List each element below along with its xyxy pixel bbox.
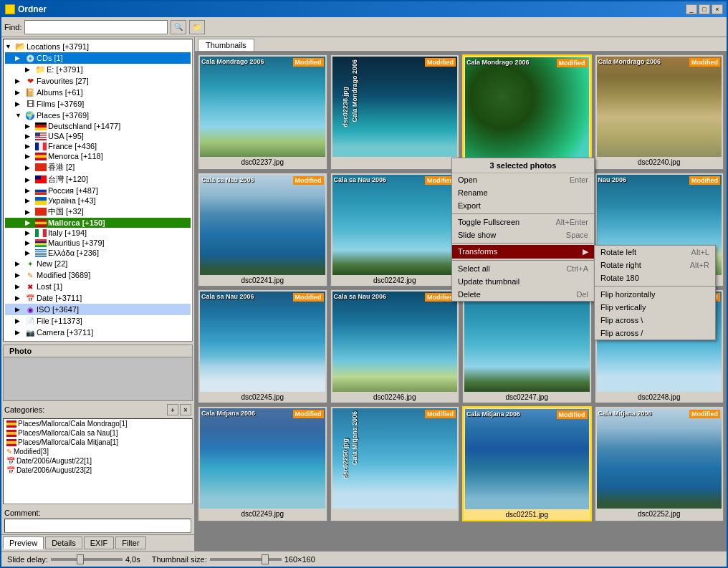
tab-exif[interactable]: EXIF — [84, 536, 114, 549]
expand-edrive[interactable]: ▶ — [25, 66, 35, 73]
expand-menorca[interactable]: ▶ — [25, 153, 35, 160]
tree-item-file[interactable]: ▶ 📄 File [+11373] — [5, 315, 191, 327]
tree-item-modified[interactable]: ▶ ✎ Modified [3689] — [5, 269, 191, 281]
thumb-dsc02249[interactable]: Cala Mitjana 2006 Modified dsc02249.jpg — [198, 406, 327, 521]
tree-item-usa[interactable]: ▶ USA [+95] — [5, 131, 191, 141]
cat-item-0[interactable]: Places/Mallorca/Cala Mondrago[1] — [4, 419, 192, 428]
thumb-size-slider[interactable] — [210, 558, 282, 561]
tab-thumbnails[interactable]: Thumbnails — [198, 39, 254, 51]
expand-cn[interactable]: ▶ — [25, 208, 35, 216]
ctx-select-all[interactable]: Select all Ctrl+A — [452, 262, 594, 275]
expand-mu[interactable]: ▶ — [25, 239, 35, 246]
expand-gr[interactable]: ▶ — [25, 249, 35, 256]
close-button[interactable]: × — [712, 4, 723, 14]
thumb-dsc02239[interactable]: Cala Mondrago 2006 Modified dsc02239.jpg — [462, 54, 592, 170]
tree-item-france[interactable]: ▶ France [+436] — [5, 141, 191, 151]
ctx-open[interactable]: Open Enter — [452, 173, 594, 186]
ctx-rotate-left[interactable]: Rotate left Alt+L — [595, 246, 715, 259]
tree-item-hk[interactable]: ▶ 香港 [2] — [5, 161, 191, 173]
search-button[interactable]: 🔍 — [171, 20, 186, 34]
thumb-dsc02241[interactable]: Cala sa Nau 2006 Modified dsc02241.jpg — [198, 173, 327, 287]
photo-tab[interactable]: Photo — [4, 345, 192, 357]
tree-item-cds[interactable]: ▶ 💿 CDs [1] — [5, 52, 191, 64]
tab-preview[interactable]: Preview — [3, 536, 44, 549]
thumb-dsc02238[interactable]: Modified dsc02238.jpg Cala Mondrago 2006 — [330, 54, 460, 170]
tree-item-albums[interactable]: ▶ 📔 Albums [+61] — [5, 87, 191, 98]
expand-cds[interactable]: ▶ — [15, 54, 25, 62]
cat-item-2[interactable]: Places/Mallorca/Cala Mitjana[1] — [4, 438, 192, 447]
expand-hk[interactable]: ▶ — [25, 164, 35, 171]
tree-item-camera[interactable]: ▶ 📷 Camera [+3711] — [5, 327, 191, 338]
expand-it[interactable]: ▶ — [25, 229, 35, 236]
expand-mallorca[interactable]: ▶ — [25, 219, 35, 226]
ctx-delete[interactable]: Delete Del — [452, 288, 594, 301]
ctx-update-thumb[interactable]: Update thumbnail — [452, 275, 594, 288]
expand-fr[interactable]: ▶ — [25, 143, 35, 150]
cat-item-3[interactable]: ✎ Modified[3] — [4, 447, 192, 456]
expand-tw[interactable]: ▶ — [25, 176, 35, 183]
expand-camera[interactable]: ▶ — [15, 329, 25, 336]
expand-ru[interactable]: ▶ — [25, 187, 35, 194]
expand-iso[interactable]: ▶ — [15, 306, 25, 313]
thumb-dsc02242[interactable]: Cala sa Nau 2006 Modified dsc02242.jpg — [330, 173, 460, 287]
ctx-slideshow[interactable]: Slide show Space — [452, 228, 594, 241]
tab-details[interactable]: Details — [45, 536, 82, 549]
cat-item-5[interactable]: 📅 Date/2006/August/23[2] — [4, 466, 192, 475]
thumb-dsc02245[interactable]: Cala sa Nau 2006 Modified dsc02245.jpg — [198, 289, 327, 403]
ctx-transforms[interactable]: Transforms ▶ — [452, 245, 594, 259]
tree-item-date[interactable]: ▶ 📅 Date [+3711] — [5, 292, 191, 304]
expand-de[interactable]: ▶ — [25, 122, 35, 130]
ctx-flip-bs[interactable]: Flip across \ — [595, 314, 715, 327]
tree-item-mallorca[interactable]: ▶ Mallorca [+150] — [5, 218, 191, 228]
folder-button[interactable]: 📁 — [189, 20, 205, 34]
cat-item-1[interactable]: Places/Mallorca/Cala sa Nau[1] — [4, 428, 192, 438]
expand-ua[interactable]: ▶ — [25, 197, 35, 204]
tree-item-lost[interactable]: ▶ ✖ Lost [1] — [5, 281, 191, 292]
expand-modified[interactable]: ▶ — [15, 271, 25, 279]
tree-area[interactable]: ▼ 📂 Locations [+3791] ▶ 💿 CDs [1] ▶ 📁 E:… — [3, 39, 193, 342]
thumb-dsc02250[interactable]: Modified dsc02250.jpg Cala Mitjana 2006 — [330, 406, 460, 521]
tree-item-exposure[interactable]: ▶ ◑ Exposure [+3711] — [5, 338, 191, 342]
find-input[interactable] — [24, 20, 168, 34]
expand-lost[interactable]: ▶ — [15, 283, 25, 290]
thumb-dsc02246[interactable]: Cala sa Nau 2006 Modified dsc02246.jpg — [330, 289, 460, 403]
thumb-dsc02237[interactable]: Cala Mondrago 2006 Modified dsc02237.jpg — [198, 54, 327, 170]
expand-places[interactable]: ▼ — [15, 112, 25, 119]
comment-input[interactable] — [4, 519, 191, 533]
thumb-dsc02252[interactable]: Cala Mitjana 2006 Modified dsc02252.jpg — [595, 406, 724, 521]
ctx-rotate-180[interactable]: Rotate 180 — [595, 271, 715, 284]
tree-item-gr[interactable]: ▶ Ελλάδα [+236] — [5, 248, 191, 258]
expand-usa[interactable]: ▶ — [25, 133, 35, 140]
thumb-dsc02240[interactable]: Cala Mondrago 2006 Modified dsc02240.jpg — [595, 54, 724, 170]
ctx-flip-fs[interactable]: Flip across / — [595, 327, 715, 340]
tree-item-iso[interactable]: ▶ ◉ ISO [+3647] — [5, 304, 191, 315]
ctx-rename[interactable]: Rename — [452, 186, 594, 199]
expand-date[interactable]: ▶ — [15, 294, 25, 302]
tree-item-tw[interactable]: ▶ 台灣 [+120] — [5, 173, 191, 186]
tab-filter[interactable]: Filter — [115, 536, 145, 549]
tree-item-films[interactable]: ▶ 🎞 Films [+3769] — [5, 98, 191, 110]
ctx-rotate-right[interactable]: Rotate right Alt+R — [595, 259, 715, 271]
minimize-button[interactable]: _ — [686, 4, 697, 14]
ctx-flip-h[interactable]: Flip horizontally — [595, 288, 715, 301]
expand-fav[interactable]: ▶ — [15, 77, 25, 85]
ctx-toggle-fullscreen[interactable]: Toggle Fullscreen Alt+Enter — [452, 216, 594, 228]
thumb-dsc02251[interactable]: Cala Mitjana 2006 Modified dsc02251.jpg — [462, 406, 592, 521]
tree-item-edrive[interactable]: ▶ 📁 E: [+3791] — [5, 64, 191, 75]
expand-file[interactable]: ▶ — [15, 317, 25, 324]
ctx-flip-v[interactable]: Flip vertically — [595, 301, 715, 314]
expand-exposure[interactable]: ▶ — [15, 340, 25, 342]
tree-item-mauritius[interactable]: ▶ Mauritius [+379] — [5, 238, 191, 248]
expand-albums[interactable]: ▶ — [15, 89, 25, 96]
categories-add-btn[interactable]: + — [167, 404, 178, 415]
tree-item-deutschland[interactable]: ▶ Deutschland [+1477] — [5, 121, 191, 131]
tree-item-ru[interactable]: ▶ Россия [+487] — [5, 186, 191, 196]
cat-item-4[interactable]: 📅 Date/2006/August/22[1] — [4, 456, 192, 466]
tree-item-menorca[interactable]: ▶ Menorca [+118] — [5, 151, 191, 161]
ctx-export[interactable]: Export — [452, 199, 594, 212]
thumb-dsc02247[interactable]: Cala sa Nau 2006 Modified dsc02247.jpg — [462, 289, 592, 403]
tree-item-places[interactable]: ▼ 🌍 Places [+3769] — [5, 110, 191, 121]
tree-item-cn[interactable]: ▶ 中国 [+32] — [5, 206, 191, 218]
tree-item-new[interactable]: ▶ ✦ New [22] — [5, 258, 191, 269]
tree-item-italy[interactable]: ▶ Italy [+194] — [5, 228, 191, 238]
